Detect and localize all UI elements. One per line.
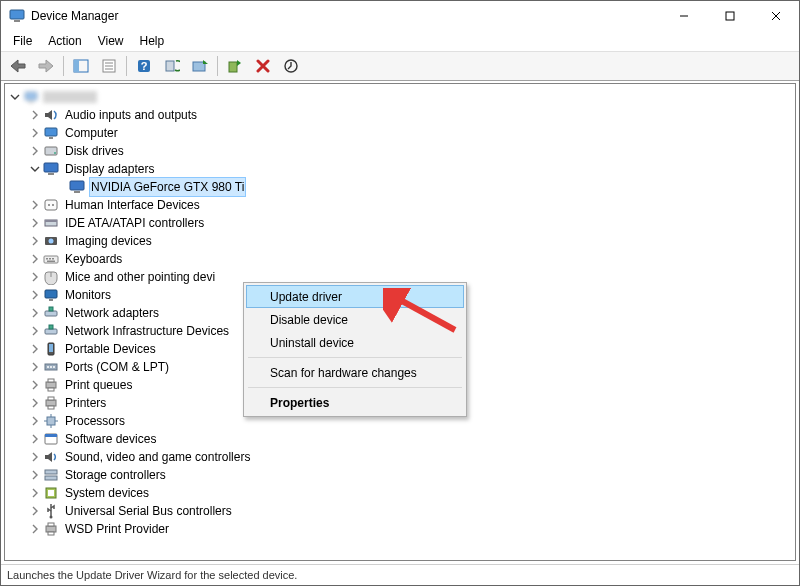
toolbar-help[interactable]: ? (131, 54, 157, 78)
category-label: Processors (63, 412, 127, 430)
svg-point-50 (47, 366, 49, 368)
tree-category[interactable]: Display adapters (7, 160, 793, 178)
toolbar-update-driver[interactable] (187, 54, 213, 78)
tree-category[interactable]: Storage controllers (7, 466, 793, 484)
tree-device[interactable]: NVIDIA GeForce GTX 980 Ti (7, 178, 793, 196)
system-icon (43, 485, 59, 501)
expand-toggle-icon[interactable] (29, 145, 41, 157)
toolbar-uninstall[interactable] (250, 54, 276, 78)
expand-toggle-icon[interactable] (29, 397, 41, 409)
svg-point-70 (50, 516, 53, 519)
expand-toggle-icon[interactable] (9, 91, 21, 103)
toolbar-back[interactable] (5, 54, 31, 78)
close-button[interactable] (753, 1, 799, 31)
svg-rect-54 (48, 379, 54, 382)
toolbar-add-legacy[interactable] (278, 54, 304, 78)
category-label: IDE ATA/ATAPI controllers (63, 214, 206, 232)
minimize-button[interactable] (661, 1, 707, 31)
maximize-button[interactable] (707, 1, 753, 31)
expand-toggle-icon[interactable] (29, 163, 41, 175)
tree-category[interactable]: IDE ATA/ATAPI controllers (7, 214, 793, 232)
tree-category[interactable]: Audio inputs and outputs (7, 106, 793, 124)
menu-file[interactable]: File (5, 32, 40, 50)
tree-category[interactable]: Imaging devices (7, 232, 793, 250)
menu-view[interactable]: View (90, 32, 132, 50)
expand-toggle-icon[interactable] (29, 289, 41, 301)
ctx-disable-device[interactable]: Disable device (246, 308, 464, 331)
expand-toggle-icon[interactable] (29, 235, 41, 247)
toolbar-forward[interactable] (33, 54, 59, 78)
svg-point-52 (53, 366, 55, 368)
expand-toggle-icon[interactable] (29, 307, 41, 319)
toolbar-enable[interactable] (222, 54, 248, 78)
expand-toggle-icon[interactable] (29, 379, 41, 391)
usb-icon (43, 503, 59, 519)
toolbar-scan[interactable] (159, 54, 185, 78)
ctx-separator (248, 387, 462, 388)
expand-toggle-icon[interactable] (29, 451, 41, 463)
toolbar-console-tree[interactable] (68, 54, 94, 78)
svg-rect-0 (10, 10, 24, 19)
tree-category[interactable]: System devices (7, 484, 793, 502)
svg-rect-67 (45, 476, 57, 480)
svg-point-34 (49, 239, 54, 244)
titlebar: Device Manager (1, 1, 799, 31)
menubar: File Action View Help (1, 31, 799, 51)
expand-toggle-icon[interactable] (29, 523, 41, 535)
expand-toggle-icon[interactable] (29, 469, 41, 481)
ctx-scan-hardware[interactable]: Scan for hardware changes (246, 361, 464, 384)
category-label: Computer (63, 124, 120, 142)
svg-rect-3 (726, 12, 734, 20)
root-label (43, 91, 97, 103)
svg-rect-36 (46, 258, 48, 260)
category-label: Universal Serial Bus controllers (63, 502, 234, 520)
network-icon (43, 305, 59, 321)
tree-category[interactable]: Human Interface Devices (7, 196, 793, 214)
expand-toggle-icon[interactable] (29, 325, 41, 337)
tree-category[interactable]: WSD Print Provider (7, 520, 793, 538)
toolbar-properties[interactable] (96, 54, 122, 78)
svg-rect-21 (49, 137, 53, 139)
tree-category[interactable]: Universal Serial Bus controllers (7, 502, 793, 520)
app-icon (9, 8, 25, 24)
tree-category[interactable]: Sound, video and game controllers (7, 448, 793, 466)
tree-category[interactable]: Keyboards (7, 250, 793, 268)
expand-toggle-icon[interactable] (29, 271, 41, 283)
expand-toggle-icon[interactable] (29, 415, 41, 427)
ctx-uninstall-device[interactable]: Uninstall device (246, 331, 464, 354)
category-label: Imaging devices (63, 232, 154, 250)
content-area: Audio inputs and outputsComputerDisk dri… (4, 83, 796, 561)
expand-toggle-icon[interactable] (29, 433, 41, 445)
disk-icon (43, 143, 59, 159)
svg-rect-73 (48, 532, 54, 535)
expand-toggle-icon[interactable] (29, 217, 41, 229)
expand-toggle-icon[interactable] (29, 253, 41, 265)
software-icon (43, 431, 59, 447)
menu-help[interactable]: Help (132, 32, 173, 50)
toolbar-separator (217, 56, 218, 76)
expand-toggle-icon[interactable] (29, 127, 41, 139)
expand-toggle-icon[interactable] (29, 505, 41, 517)
expand-toggle-icon[interactable] (29, 361, 41, 373)
category-label: Keyboards (63, 250, 124, 268)
tree-category[interactable]: Disk drives (7, 142, 793, 160)
expand-toggle-icon[interactable] (29, 487, 41, 499)
hid-icon (43, 197, 59, 213)
tree-category[interactable]: Computer (7, 124, 793, 142)
tree-category[interactable]: Software devices (7, 430, 793, 448)
keyboard-icon (43, 251, 59, 267)
expand-toggle-icon[interactable] (29, 109, 41, 121)
svg-rect-38 (52, 258, 54, 260)
ctx-properties[interactable]: Properties (246, 391, 464, 414)
statusbar: Launches the Update Driver Wizard for th… (1, 564, 799, 585)
tree-root[interactable] (7, 88, 793, 106)
ctx-update-driver[interactable]: Update driver (246, 285, 464, 308)
category-label: Monitors (63, 286, 113, 304)
expand-toggle-icon[interactable] (29, 199, 41, 211)
context-menu: Update driver Disable device Uninstall d… (243, 282, 467, 417)
svg-rect-1 (14, 20, 20, 22)
expand-toggle-icon[interactable] (29, 343, 41, 355)
category-label: System devices (63, 484, 151, 502)
svg-rect-7 (74, 60, 79, 72)
menu-action[interactable]: Action (40, 32, 89, 50)
